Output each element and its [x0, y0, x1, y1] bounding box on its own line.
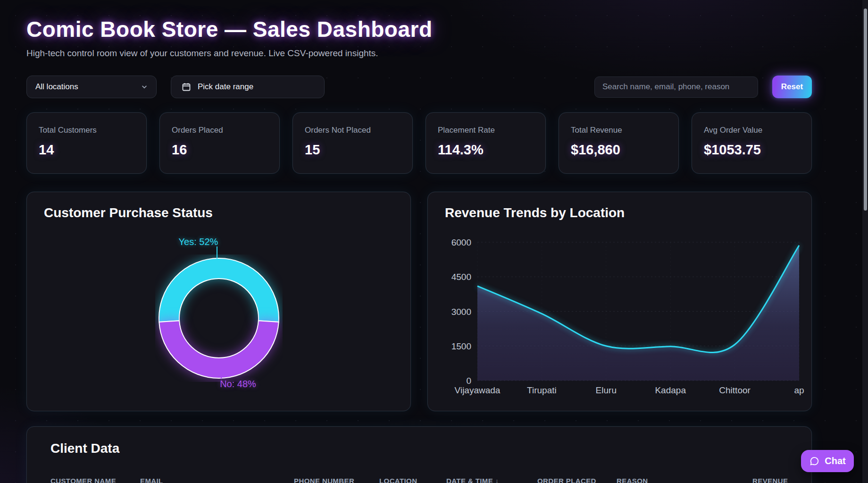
- column-header-order-placed[interactable]: ORDER PLACED: [537, 477, 617, 483]
- kpi-value: 16: [172, 142, 267, 158]
- svg-text:4500: 4500: [451, 272, 471, 282]
- kpi-value: $16,860: [571, 142, 667, 158]
- svg-text:Kadapa: Kadapa: [655, 385, 686, 395]
- table-header-row: CUSTOMER NAME EMAIL PHONE NUMBER LOCATIO…: [50, 477, 788, 483]
- kpi-label: Orders Placed: [172, 126, 267, 135]
- client-data-card: Client Data CUSTOMER NAME EMAIL PHONE NU…: [26, 426, 812, 483]
- kpi-label: Placement Rate: [438, 126, 534, 135]
- purchase-status-card: Customer Purchase Status Yes: 52% No: 48…: [26, 192, 411, 411]
- reset-button[interactable]: Reset: [772, 76, 812, 98]
- svg-text:ap: ap: [794, 385, 804, 395]
- client-data-title: Client Data: [50, 441, 788, 456]
- dashboard: Comic Book Store — Sales Dashboard High-…: [26, 0, 812, 483]
- purchase-status-title: Customer Purchase Status: [44, 205, 393, 220]
- donut-label-yes: Yes: 52%: [135, 237, 262, 247]
- page-subtitle: High-tech control room view of your cust…: [26, 48, 812, 59]
- column-header-customer-name[interactable]: CUSTOMER NAME: [50, 477, 140, 483]
- column-header-reason[interactable]: REASON: [617, 477, 752, 483]
- date-range-label: Pick date range: [198, 82, 253, 92]
- date-range-button[interactable]: Pick date range: [171, 76, 325, 98]
- donut-label-no: No: 48%: [175, 379, 302, 390]
- kpi-card-orders-placed: Orders Placed 16: [159, 112, 280, 174]
- kpi-card-total-revenue: Total Revenue $16,860: [559, 112, 679, 174]
- kpi-value: 14: [39, 142, 134, 158]
- kpi-label: Avg Order Value: [704, 126, 800, 135]
- donut-slice-yes[interactable]: [159, 258, 279, 322]
- y-axis-ticks: 01500300045006000: [451, 237, 471, 386]
- kpi-value: 15: [305, 142, 401, 158]
- svg-text:Chittoor: Chittoor: [719, 385, 751, 395]
- donut-slice-no[interactable]: [159, 321, 279, 378]
- kpi-row: Total Customers 14 Orders Placed 16 Orde…: [26, 112, 812, 174]
- calendar-icon: [182, 82, 191, 92]
- kpi-card-total-customers: Total Customers 14: [26, 112, 147, 174]
- column-header-email[interactable]: EMAIL: [140, 477, 294, 483]
- kpi-label: Orders Not Placed: [305, 126, 401, 135]
- kpi-card-avg-order-value: Avg Order Value $1053.75: [692, 112, 812, 174]
- search-input[interactable]: [594, 76, 758, 98]
- chat-button-label: Chat: [825, 456, 845, 466]
- scrollbar-thumb[interactable]: [864, 8, 867, 211]
- column-header-revenue[interactable]: REVENUE: [752, 477, 788, 483]
- svg-text:Eluru: Eluru: [596, 385, 617, 395]
- donut-leader-yes: [217, 246, 217, 259]
- revenue-trends-card: Revenue Trends by Location 0150030004500…: [427, 192, 812, 411]
- revenue-trends-title: Revenue Trends by Location: [445, 205, 794, 220]
- kpi-card-orders-not-placed: Orders Not Placed 15: [292, 112, 413, 174]
- kpi-value: $1053.75: [704, 142, 800, 158]
- donut-chart: Yes: 52% No: 48%: [155, 254, 283, 382]
- donut-leader-no: [221, 368, 222, 379]
- donut-chart-svg: [155, 254, 283, 382]
- svg-text:1500: 1500: [451, 341, 471, 351]
- column-header-date-time-sorted[interactable]: DATE & TIME ↓: [446, 477, 537, 483]
- kpi-label: Total Revenue: [571, 126, 667, 135]
- chevron-down-icon: [141, 84, 148, 90]
- svg-text:0: 0: [466, 376, 471, 386]
- location-select[interactable]: All locations: [26, 76, 157, 98]
- svg-text:6000: 6000: [451, 237, 471, 247]
- svg-text:Tirupati: Tirupati: [527, 385, 557, 395]
- kpi-label: Total Customers: [39, 126, 134, 135]
- charts-row: Customer Purchase Status Yes: 52% No: 48…: [26, 192, 812, 411]
- page-title: Comic Book Store — Sales Dashboard: [26, 17, 812, 42]
- area-fill: [477, 246, 799, 381]
- kpi-card-placement-rate: Placement Rate 114.3%: [426, 112, 546, 174]
- scrollbar-track[interactable]: [862, 0, 868, 483]
- column-header-phone-number[interactable]: PHONE NUMBER: [294, 477, 379, 483]
- x-axis-ticks: VijayawadaTirupatiEluruKadapaChittoorap: [455, 385, 804, 395]
- column-header-location[interactable]: LOCATION: [379, 477, 446, 483]
- location-select-value: All locations: [35, 82, 78, 92]
- kpi-value: 114.3%: [438, 142, 534, 158]
- svg-text:Vijayawada: Vijayawada: [455, 385, 501, 395]
- chat-bubble-icon: [809, 456, 819, 466]
- chat-button[interactable]: Chat: [801, 450, 854, 472]
- svg-text:3000: 3000: [451, 307, 471, 317]
- filter-bar: All locations Pick date range Reset: [26, 76, 812, 98]
- revenue-area-chart: 01500300045006000 VijayawadaTirupatiElur…: [445, 235, 808, 400]
